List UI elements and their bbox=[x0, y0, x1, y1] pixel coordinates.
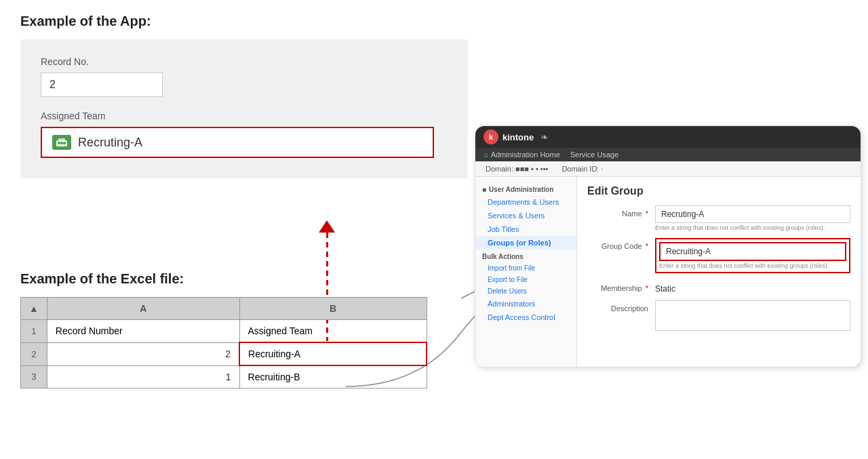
excel-row-2-num: 2 bbox=[21, 342, 47, 365]
kintone-logo-symbol: k bbox=[489, 133, 493, 141]
membership-label: Membership * bbox=[587, 280, 648, 292]
admin-topbar: k kintone ❧ bbox=[475, 126, 861, 148]
excel-row-header: 1 Record Number Assigned Team bbox=[21, 320, 427, 343]
excel-row-data-1: 2 2 Recruiting-A bbox=[21, 342, 427, 365]
user-admin-label: ■ User Administration bbox=[475, 182, 576, 195]
sidebar-item-dept-access[interactable]: Dept Access Control bbox=[475, 311, 576, 324]
bulk-actions-label: Bulk Actions bbox=[475, 250, 576, 262]
excel-row-1-num: 1 bbox=[21, 320, 47, 343]
sidebar-item-services[interactable]: Services & Users bbox=[475, 209, 576, 222]
square-icon: ■ bbox=[482, 186, 486, 193]
excel-row-2-a: 2 bbox=[47, 342, 239, 365]
service-usage-link[interactable]: Service Usage bbox=[570, 151, 619, 159]
topbar-icon: ❧ bbox=[540, 132, 549, 142]
sidebar-item-administrators[interactable]: Administrators bbox=[475, 297, 576, 311]
sidebar-item-groups[interactable]: Groups (or Roles) bbox=[475, 236, 576, 250]
admin-domain-bar: Domain: ■■■ • • ••• Domain ID: · bbox=[475, 161, 861, 177]
domain-id-label: Domain ID: · bbox=[561, 165, 603, 173]
excel-example-title: Example of the Excel file: bbox=[20, 271, 427, 287]
excel-row-1-b: Assigned Team bbox=[239, 320, 427, 343]
group-code-field-group: Enter a string that does not conflict wi… bbox=[655, 238, 850, 273]
left-section: Example of the App: Record No. 2 Assigne… bbox=[20, 14, 468, 199]
group-code-field-row: Group Code * Enter a string that does no… bbox=[587, 238, 850, 273]
kintone-logo-icon: k bbox=[484, 129, 498, 144]
sidebar-item-delete[interactable]: Delete Users bbox=[475, 285, 576, 297]
admin-main: Edit Group Name * Enter a string that do… bbox=[577, 177, 861, 367]
description-field-group bbox=[655, 300, 850, 334]
app-example-title: Example of the App: bbox=[20, 14, 468, 29]
membership-value: Static bbox=[655, 280, 675, 294]
assigned-team-value: Recruting-A bbox=[78, 136, 142, 150]
excel-row-3-b: Recruiting-B bbox=[239, 365, 427, 388]
description-input[interactable] bbox=[655, 300, 850, 331]
home-icon: ⌂ bbox=[484, 151, 488, 159]
admin-content: ■ User Administration Departments & User… bbox=[475, 177, 861, 367]
excel-row-1-a: Record Number bbox=[47, 320, 239, 343]
app-example-box: Record No. 2 Assigned Team Recruting-A bbox=[20, 39, 468, 178]
excel-table: ▲ A B 1 Record Number Assigned Team 2 2 … bbox=[20, 297, 427, 388]
sidebar-item-departments[interactable]: Departments & Users bbox=[475, 195, 576, 209]
membership-required-marker: * bbox=[646, 284, 648, 292]
assigned-team-field: Recruting-A bbox=[41, 127, 434, 158]
admin-sidebar: ■ User Administration Departments & User… bbox=[475, 177, 577, 367]
edit-group-title: Edit Group bbox=[587, 185, 850, 197]
admin-home-link[interactable]: ⌂ Administration Home bbox=[484, 151, 560, 159]
svg-rect-1 bbox=[58, 138, 65, 142]
kintone-logo: k kintone bbox=[484, 129, 534, 144]
svg-point-4 bbox=[63, 142, 66, 144]
record-no-label: Record No. bbox=[41, 56, 448, 67]
kintone-logo-text: kintone bbox=[502, 132, 534, 142]
admin-subbar: ⌂ Administration Home Service Usage bbox=[475, 148, 861, 161]
excel-col-b: B bbox=[239, 298, 427, 320]
excel-col-a: A bbox=[47, 298, 239, 320]
domain-label: Domain: ■■■ • • ••• bbox=[486, 165, 548, 173]
name-label: Name * bbox=[587, 205, 648, 218]
arrow-head bbox=[319, 220, 335, 233]
excel-row-3-num: 3 bbox=[21, 365, 47, 388]
name-hint: Enter a string that does not conflict wi… bbox=[655, 224, 850, 231]
service-usage-text: Service Usage bbox=[570, 151, 619, 159]
excel-row-2-b: Recruiting-A bbox=[239, 342, 427, 365]
sidebar-item-jobtitles[interactable]: Job Titles bbox=[475, 222, 576, 236]
team-icon bbox=[52, 135, 71, 150]
name-field-row: Name * Enter a string that does not conf… bbox=[587, 205, 850, 231]
svg-point-2 bbox=[58, 142, 60, 144]
group-code-label: Group Code * bbox=[587, 238, 648, 250]
name-input[interactable] bbox=[655, 205, 850, 223]
name-required-marker: * bbox=[646, 209, 648, 218]
excel-section: Example of the Excel file: ▲ A B 1 Recor… bbox=[20, 271, 427, 388]
group-code-required-marker: * bbox=[646, 242, 648, 250]
name-field-group: Enter a string that does not conflict wi… bbox=[655, 205, 850, 231]
sidebar-item-export[interactable]: Export to File bbox=[475, 274, 576, 285]
excel-row-data-2: 3 1 Recruiting-B bbox=[21, 365, 427, 388]
membership-field-row: Membership * Static bbox=[587, 280, 850, 294]
assigned-team-label: Assigned Team bbox=[41, 111, 448, 121]
record-no-value: 2 bbox=[41, 73, 163, 97]
admin-panel: k kintone ❧ ⌂ Administration Home Servic… bbox=[475, 125, 861, 367]
group-code-hint: Enter a string that does not conflict wi… bbox=[659, 262, 846, 269]
admin-home-text: Administration Home bbox=[491, 151, 560, 159]
sidebar-item-import[interactable]: Import from File bbox=[475, 262, 576, 274]
group-code-input[interactable] bbox=[659, 242, 846, 261]
excel-corner-header: ▲ bbox=[21, 298, 47, 320]
svg-point-3 bbox=[60, 142, 63, 144]
description-label: Description bbox=[587, 300, 648, 313]
description-field-row: Description bbox=[587, 300, 850, 334]
excel-row-3-a: 1 bbox=[47, 365, 239, 388]
